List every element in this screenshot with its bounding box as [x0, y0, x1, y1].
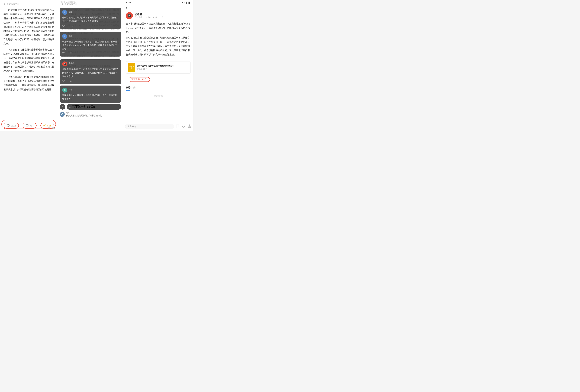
compose-bar[interactable]: 写下这一刻的想法... — [67, 104, 121, 110]
like-comment-3[interactable] — [62, 80, 65, 82]
comments-count: 767 — [29, 124, 34, 127]
panel-3: 10:48 ● ▲ ▌▌▌ ‹ 🏴‍☠️ 思考者 我的博客:https://sy… — [123, 0, 193, 131]
tab-comments[interactable]: 评论 — [126, 85, 133, 91]
para-2: 本篇解释了为什么受众最容易理解和记住金字塔结构，以及组成金字塔的子结构之间如何互… — [3, 48, 54, 73]
comment-icon — [25, 124, 29, 127]
status-icons: ● ▲ ▌▌▌ — [182, 1, 190, 4]
compose-placeholder: 写下这一刻的想法... — [72, 105, 97, 108]
likes-count: 1626 — [10, 124, 16, 127]
close-comments-button[interactable]: ✕ — [60, 104, 65, 109]
comment-action-icon[interactable] — [176, 124, 179, 129]
more-author: 可乐 — [66, 111, 102, 114]
svg-point-0 — [45, 124, 46, 125]
partial-author: 龚毅 — [69, 88, 72, 91]
comment-button[interactable]: 767 — [23, 123, 36, 129]
book-card[interactable]: 金字塔原理 金字塔原理（麦肯锡40年经典培训教材） 芭芭拉·明托 — [126, 61, 190, 74]
panel2-overlay-header: 第1篇 表达的逻辑 — [60, 1, 76, 3]
avatar-partial: 龚 — [62, 88, 67, 93]
article-text2: 你可以很容易地使受众理解用金字塔结构组织的思想：先从金字塔的最顶端开始，沿各个分… — [126, 36, 190, 57]
para-3: 本篇将帮助你了解如何将要表达的思想组织成金字塔结构，说明了使用金字塔原理能够检查… — [3, 75, 54, 92]
book-cover: 金字塔原理 — [128, 63, 135, 72]
bottom-action-icons — [176, 124, 191, 129]
publish-date-wrapper: 发表于 2018/3/31 — [126, 76, 190, 83]
author-avatar: 🏴‍☠️ — [126, 12, 133, 19]
back-button[interactable]: ‹ — [123, 4, 193, 11]
status-time: 10:48 — [126, 1, 131, 4]
partial-comment: 龚 龚毅 其实基本上人人都需要，尤其是职场的每一个人。基本的职业化素养。 — [60, 86, 121, 103]
more-body: 很多人难以提高写作能力和进话能力的 — [66, 114, 102, 117]
author-info: 思考者 我的博客:https://sykent.github.io/ — [135, 13, 163, 19]
comments-overlay: 第1篇 表达的逻辑 征 征途 这句话很关键，给我指明了不光只是学习沟通方面，还有… — [58, 0, 123, 131]
comment-body-2: 表述一些让大家听进去，理解了，记住的东西很难，看一看是否能够让受众心头一震，引起… — [62, 40, 119, 51]
reply-comment-2[interactable] — [70, 52, 72, 54]
comment-actions-2 — [62, 52, 119, 54]
comment-card-2: 征 征途 表述一些让大家听进去，理解了，记住的东西很难，看一看是否能够让受众心头… — [60, 32, 121, 57]
book-info: 金字塔原理（麦肯锡40年经典培训教材） 芭芭拉·明托 — [137, 64, 175, 71]
book-author: 芭芭拉·明托 — [137, 68, 175, 71]
comment-card-1: 征 征途 这句话很关键，给我指明了不光只是学习沟通方面，还有在生活处理琐事方面，… — [60, 8, 121, 29]
page-indicator: 17 / 414 — [48, 127, 55, 129]
comment-actions-3 — [62, 80, 119, 82]
author-1: 征途 — [69, 10, 72, 13]
reply-comment-1[interactable] — [72, 24, 74, 27]
like-comment-1[interactable]: 1 — [62, 24, 67, 27]
panel-1: 第1篇 表达的逻辑 对文章阐述的思想作出疑问/回答式反应是人类的一种自然反应，没… — [0, 0, 58, 131]
avatar-1: 征 — [62, 10, 67, 15]
avatar-2: 征 — [62, 34, 67, 39]
reply-comment-3[interactable] — [70, 80, 72, 82]
comment-actions-1: 1 — [62, 24, 119, 27]
comment-card-3: 🏴‍☠️ 思考者 金字塔结构组织思想：由主要思想开始→下层思想通过疑问/回答的方… — [60, 59, 121, 84]
publish-date: 发表于 2018/3/31 — [129, 77, 150, 82]
compose-input[interactable] — [125, 124, 174, 129]
status-bar: 10:48 ● ▲ ▌▌▌ — [123, 0, 193, 4]
likes-1: 1 — [65, 24, 67, 27]
share-action-icon[interactable] — [188, 124, 191, 129]
para-1: 对文章阐述的思想作出疑问/回答式反应是人类的一种自然反应，没有国籍和民族的区别。… — [3, 8, 54, 46]
comment-body-1: 这句话很关键，给我指明了不光只是学习沟通方面，还有在生活处理琐事方面，提供了思考… — [62, 16, 119, 23]
panel1-header: 第1篇 表达的逻辑 — [3, 3, 54, 5]
shares-count: 813 — [47, 124, 51, 127]
like-comment-2[interactable] — [62, 52, 65, 54]
article-text1: 金字塔结构组织思想：由主要思想开始→下层思想通过疑问/回答的方式，进行展开。→如… — [126, 22, 190, 34]
tab-likes[interactable]: 赞 — [133, 85, 138, 91]
article-body: 金字塔结构组织思想：由主要思想开始→下层思想通过疑问/回答的方式，进行展开。→如… — [123, 21, 193, 60]
author-3: 思考者 — [69, 62, 74, 65]
partial-body: 其实基本上人人都需要，尤其是职场的每一个人。基本的职业化素养。 — [62, 94, 119, 101]
tabs-row: 评论 赞 — [123, 85, 193, 91]
panel-2: 第1篇 表达的逻辑 对文章阐述的思想作出疑问/回答式反应是人类的一种自然反应，没… — [58, 0, 123, 131]
svg-line-4 — [44, 125, 45, 125]
signal-icon: ▌▌▌ — [186, 1, 190, 4]
battery-icon: ● — [182, 1, 183, 4]
like-button[interactable]: 1626 — [4, 123, 19, 129]
avatar-3: 🏴‍☠️ — [62, 62, 67, 66]
svg-point-1 — [44, 125, 44, 126]
share-icon — [43, 124, 46, 127]
heart-icon — [6, 124, 10, 127]
compose-icon — [69, 105, 71, 108]
no-comment: 暂无评论 — [123, 91, 193, 101]
panel3-bottom-bar — [123, 122, 193, 131]
wifi-icon: ▲ — [184, 1, 186, 4]
article-meta: 🏴‍☠️ 思考者 我的博客:https://sykent.github.io/ — [123, 11, 193, 21]
avatar-more: 🌊 — [60, 112, 65, 117]
comment-body-3: 金字塔结构组织思想：由主要思想开始→下层思想通过疑问/回答的方式，进行展开。→如… — [62, 67, 119, 78]
svg-point-2 — [45, 126, 46, 127]
book-title: 金字塔原理（麦肯锡40年经典培训教材） — [137, 64, 175, 67]
panel1-content: 对文章阐述的思想作出疑问/回答式反应是人类的一种自然反应，没有国籍和民族的区别。… — [3, 8, 54, 94]
author-name: 思考者 — [135, 13, 163, 16]
author-url: 我的博客:https://sykent.github.io/ — [135, 16, 163, 19]
like-action-icon[interactable] — [182, 124, 185, 129]
svg-line-3 — [44, 126, 45, 126]
author-2: 征途 — [69, 34, 72, 37]
more-comment-row: 🌊 可乐 很多人难以提高写作能力和进话能力的 — [60, 111, 121, 117]
